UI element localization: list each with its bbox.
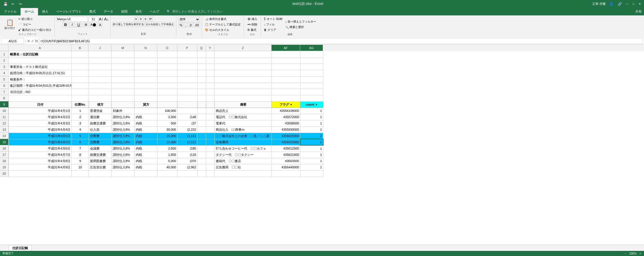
cell-a14[interactable]: 平成31年4月5日 <box>9 133 72 139</box>
row-header-13[interactable]: 13 <box>0 126 9 133</box>
cell-a4[interactable]: 処理日時：平成31年05月11日,17:41:51 <box>9 70 72 76</box>
cell-y1[interactable] <box>206 51 215 57</box>
cell-o20[interactable] <box>157 170 178 177</box>
cell-a17[interactable]: 平成31年4月7日 <box>9 152 72 158</box>
italic-button[interactable]: I <box>69 22 75 27</box>
cell-q9[interactable] <box>198 101 206 108</box>
close-button[interactable]: ✕ <box>638 2 642 6</box>
cell-j18[interactable]: 新聞図書費 <box>89 158 112 164</box>
cell-j7[interactable] <box>89 89 112 95</box>
cell-a15[interactable]: 平成31年4月5日 <box>9 139 72 145</box>
cell-j2[interactable] <box>89 57 112 64</box>
cell-q10[interactable] <box>198 108 206 114</box>
cell-z11[interactable]: 電話代 〇〇株式会社 <box>215 114 272 120</box>
cell-ag8[interactable] <box>300 95 323 101</box>
cell-af13[interactable]: 4355930000 <box>272 126 300 133</box>
cell-n14[interactable]: 内税 <box>135 133 157 139</box>
col-header-a[interactable]: A <box>9 45 71 51</box>
cell-n7[interactable] <box>135 89 157 95</box>
cell-o12[interactable]: 500 <box>157 120 178 126</box>
cell-o1[interactable] <box>157 51 178 57</box>
cell-a18[interactable]: 平成31年4月8日 <box>9 158 72 164</box>
cell-ag19[interactable]: 1 <box>300 164 323 170</box>
cell-z14[interactable]: 〇〇株式会社との会食 〇名／△△屋 <box>215 133 272 139</box>
cell-m18[interactable]: 課対仕入8% <box>112 158 135 164</box>
cell-y3[interactable] <box>206 64 215 70</box>
font-name-input[interactable] <box>56 17 88 22</box>
cell-b10[interactable]: 1 <box>72 108 89 114</box>
ag-filter-icon[interactable]: ▼ <box>315 103 318 106</box>
cell-ag10[interactable]: 1 <box>300 108 323 114</box>
cell-y4[interactable] <box>206 70 215 76</box>
cell-z8[interactable] <box>215 95 272 101</box>
cell-ag12[interactable]: 1 <box>300 120 323 126</box>
cell-af19[interactable]: 4356440000 <box>272 164 300 170</box>
cell-m16[interactable]: 課対仕入8% <box>112 145 135 152</box>
col-header-n[interactable]: N <box>134 45 157 51</box>
cell-a8[interactable] <box>9 95 72 101</box>
cell-af8[interactable] <box>272 95 300 101</box>
cell-af14[interactable]: 4356015000 <box>272 133 300 139</box>
cell-b8[interactable] <box>72 95 89 101</box>
row-header-8[interactable]: 8 <box>0 95 9 101</box>
cell-n2[interactable] <box>135 57 157 64</box>
cell-o4[interactable] <box>157 70 178 76</box>
cell-n15[interactable]: 内税 <box>135 139 157 145</box>
cell-m12[interactable]: 課対仕入8% <box>112 120 135 126</box>
cell-y7[interactable] <box>206 89 215 95</box>
col-header-j[interactable]: J <box>89 45 111 51</box>
cell-p12[interactable]: (37 <box>178 120 198 126</box>
paste-button[interactable]: 📋 貼り付け <box>3 18 17 31</box>
align-left-button[interactable]: ≡ <box>134 17 138 21</box>
cell-af5[interactable] <box>272 76 300 82</box>
cell-b15[interactable]: 6 <box>72 139 89 145</box>
cell-j17[interactable]: 旅費交通費 <box>89 152 112 158</box>
row-header-2[interactable]: 2 <box>0 57 9 64</box>
row-header-3[interactable]: 3 <box>0 64 9 70</box>
cell-p19[interactable]: (2,962 <box>178 164 198 170</box>
cell-n3[interactable] <box>135 64 157 70</box>
cell-p4[interactable] <box>178 70 198 76</box>
cell-n20[interactable] <box>135 170 157 177</box>
cell-o11[interactable]: 2,000 <box>157 114 178 120</box>
zoom-out-button[interactable]: － <box>624 251 627 255</box>
tab-file[interactable]: ファイル <box>0 8 21 15</box>
confirm-formula-button[interactable]: ✓ <box>31 39 34 43</box>
cell-af17[interactable]: 435621600 <box>272 152 300 158</box>
cell-m15[interactable]: 課対仕入8% <box>112 139 135 145</box>
cell-ag15[interactable]: 2 <box>300 139 323 145</box>
cell-y6[interactable] <box>206 82 215 89</box>
borders-button[interactable]: ⊞ <box>83 22 88 27</box>
col-header-y[interactable]: Y <box>206 45 214 51</box>
formula-input[interactable] <box>39 38 643 44</box>
row-header-7[interactable]: 7 <box>0 89 9 95</box>
cell-j12[interactable]: 旅費交通費 <box>89 120 112 126</box>
cell-a5[interactable]: 検索条件： <box>9 76 72 82</box>
cell-n8[interactable] <box>135 95 157 101</box>
cell-m11[interactable]: 課対仕入8% <box>112 114 135 120</box>
cell-z19[interactable]: 広告費用 〇〇社 <box>215 164 272 170</box>
cell-q3[interactable] <box>198 64 206 70</box>
cell-p18[interactable]: (370 <box>178 158 198 164</box>
cell-q13[interactable] <box>198 126 206 133</box>
cell-af10[interactable]: 43556108000 <box>272 108 300 114</box>
cell-b7[interactable] <box>72 89 89 95</box>
cell-o15[interactable]: 15,000 <box>157 139 178 145</box>
cell-a19[interactable]: 平成31年4月9日 <box>9 164 72 170</box>
cell-y18[interactable] <box>206 158 215 164</box>
col-header-q[interactable]: Q <box>197 45 206 51</box>
cell-b6[interactable] <box>72 82 89 89</box>
orientation-button[interactable]: ⟳ <box>148 17 153 21</box>
cell-o9[interactable] <box>157 101 178 108</box>
merge-center-button[interactable]: セルを結合して中央揃え <box>145 22 174 27</box>
cell-q15[interactable] <box>198 139 206 145</box>
cell-af18[interactable]: 43563500 <box>272 158 300 164</box>
cell-q6[interactable] <box>198 82 206 89</box>
row-header-10[interactable]: 10 <box>0 108 9 114</box>
cell-n13[interactable]: 内税 <box>135 126 157 133</box>
cell-q18[interactable] <box>198 158 206 164</box>
cell-ag18[interactable]: 1 <box>300 158 323 164</box>
wrap-text-button[interactable]: 折り返して全体を表示する <box>112 22 144 27</box>
cell-af7[interactable] <box>272 89 300 95</box>
row-header-4[interactable]: 4 <box>0 70 9 76</box>
